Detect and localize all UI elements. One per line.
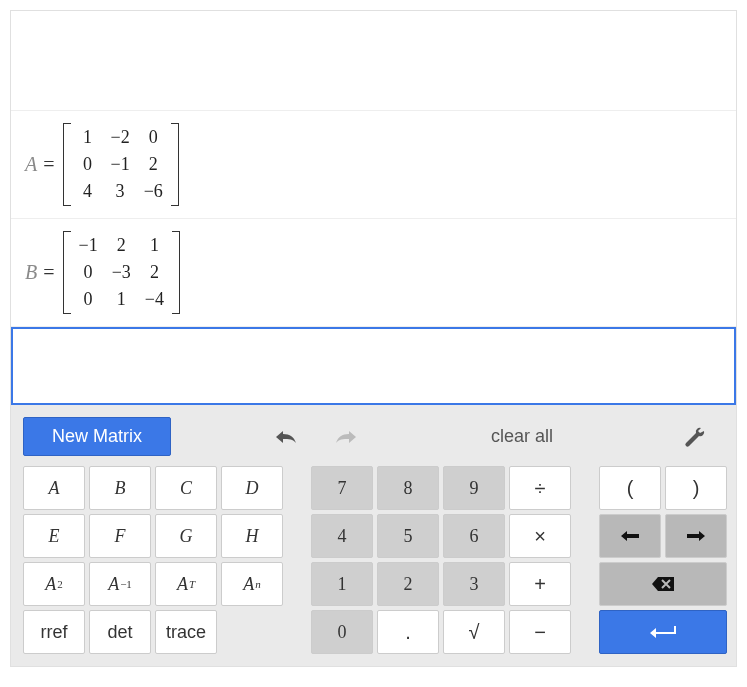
arrow-left-icon — [619, 530, 641, 542]
key-multiply[interactable]: × — [509, 514, 571, 558]
key-cursor-right[interactable] — [665, 514, 727, 558]
enter-icon — [648, 625, 678, 639]
key-enter[interactable] — [599, 610, 727, 654]
cell: −6 — [144, 181, 163, 202]
key-5[interactable]: 5 — [377, 514, 439, 558]
key-lparen[interactable]: ( — [599, 466, 661, 510]
key-2[interactable]: 2 — [377, 562, 439, 606]
wrench-icon — [684, 426, 706, 448]
matrix-display: 1 −2 0 0 −1 2 4 3 −6 — [63, 123, 179, 206]
cell: 2 — [145, 262, 164, 283]
key-7[interactable]: 7 — [311, 466, 373, 510]
undo-icon — [272, 428, 298, 446]
key-0[interactable]: 0 — [311, 610, 373, 654]
equals-sign: = — [43, 261, 54, 284]
cell: 2 — [112, 235, 131, 256]
new-matrix-button[interactable]: New Matrix — [23, 417, 171, 456]
key-var-a[interactable]: A — [23, 466, 85, 510]
matrix-label: A — [25, 153, 37, 176]
cell: −3 — [112, 262, 131, 283]
bracket-left — [63, 231, 71, 314]
number-keys: 7 8 9 ÷ 4 5 6 × 1 2 3 + 0 . √ − — [311, 466, 571, 654]
key-rparen[interactable]: ) — [665, 466, 727, 510]
cell: 0 — [79, 262, 98, 283]
equals-sign: = — [43, 153, 54, 176]
matrix-grid: 1 −2 0 0 −1 2 4 3 −6 — [71, 123, 171, 206]
key-rref[interactable]: rref — [23, 610, 85, 654]
key-power-2[interactable]: A2 — [23, 562, 85, 606]
cell: 1 — [79, 127, 97, 148]
key-4[interactable]: 4 — [311, 514, 373, 558]
matrix-definition-a[interactable]: A = 1 −2 0 0 −1 2 4 3 −6 — [11, 111, 736, 219]
key-1[interactable]: 1 — [311, 562, 373, 606]
key-subtract[interactable]: − — [509, 610, 571, 654]
calculator-panel: A = 1 −2 0 0 −1 2 4 3 −6 B = — [10, 10, 737, 667]
bracket-right — [172, 231, 180, 314]
matrix-label: B — [25, 261, 37, 284]
key-9[interactable]: 9 — [443, 466, 505, 510]
key-power-n[interactable]: An — [221, 562, 283, 606]
undo-button[interactable] — [254, 428, 316, 446]
key-transpose[interactable]: AT — [155, 562, 217, 606]
key-rows: A B C D E F G H A2 A−1 AT An rref det tr… — [23, 466, 724, 654]
key-trace[interactable]: trace — [155, 610, 217, 654]
key-var-b[interactable]: B — [89, 466, 151, 510]
key-var-h[interactable]: H — [221, 514, 283, 558]
matrix-display: −1 2 1 0 −3 2 0 1 −4 — [63, 231, 180, 314]
key-var-e[interactable]: E — [23, 514, 85, 558]
cell: 1 — [145, 235, 164, 256]
variable-keys: A B C D E F G H A2 A−1 AT An rref det tr… — [23, 466, 283, 654]
key-8[interactable]: 8 — [377, 466, 439, 510]
cell: 4 — [79, 181, 97, 202]
key-var-d[interactable]: D — [221, 466, 283, 510]
cell: 0 — [79, 154, 97, 175]
bracket-right — [171, 123, 179, 206]
keypad-toolbar: New Matrix clear all — [23, 413, 724, 466]
key-3[interactable]: 3 — [443, 562, 505, 606]
cell: 2 — [144, 154, 163, 175]
redo-button[interactable] — [316, 428, 378, 446]
key-empty — [221, 610, 283, 654]
backspace-icon — [650, 576, 676, 592]
key-6[interactable]: 6 — [443, 514, 505, 558]
key-sqrt[interactable]: √ — [443, 610, 505, 654]
keypad: New Matrix clear all A B C D E F — [11, 405, 736, 666]
key-backspace[interactable] — [599, 562, 727, 606]
matrix-grid: −1 2 1 0 −3 2 0 1 −4 — [71, 231, 172, 314]
cell: −1 — [79, 235, 98, 256]
cell: −4 — [145, 289, 164, 310]
cell: 1 — [112, 289, 131, 310]
display-area: A = 1 −2 0 0 −1 2 4 3 −6 B = — [11, 11, 736, 405]
key-decimal[interactable]: . — [377, 610, 439, 654]
arrow-right-icon — [685, 530, 707, 542]
key-var-c[interactable]: C — [155, 466, 217, 510]
misc-keys: ( ) — [599, 466, 727, 654]
cell: 0 — [79, 289, 98, 310]
cell: 0 — [144, 127, 163, 148]
key-divide[interactable]: ÷ — [509, 466, 571, 510]
key-var-f[interactable]: F — [89, 514, 151, 558]
matrix-definition-b[interactable]: B = −1 2 1 0 −3 2 0 1 −4 — [11, 219, 736, 327]
bracket-left — [63, 123, 71, 206]
key-inverse[interactable]: A−1 — [89, 562, 151, 606]
key-add[interactable]: + — [509, 562, 571, 606]
key-cursor-left[interactable] — [599, 514, 661, 558]
display-blank-row[interactable] — [11, 11, 736, 111]
key-det[interactable]: det — [89, 610, 151, 654]
cell: −2 — [111, 127, 130, 148]
cell: −1 — [111, 154, 130, 175]
cell: 3 — [111, 181, 130, 202]
key-var-g[interactable]: G — [155, 514, 217, 558]
settings-button[interactable] — [666, 426, 724, 448]
input-row-active[interactable] — [11, 327, 736, 405]
redo-icon — [334, 428, 360, 446]
clear-all-button[interactable]: clear all — [461, 426, 583, 447]
